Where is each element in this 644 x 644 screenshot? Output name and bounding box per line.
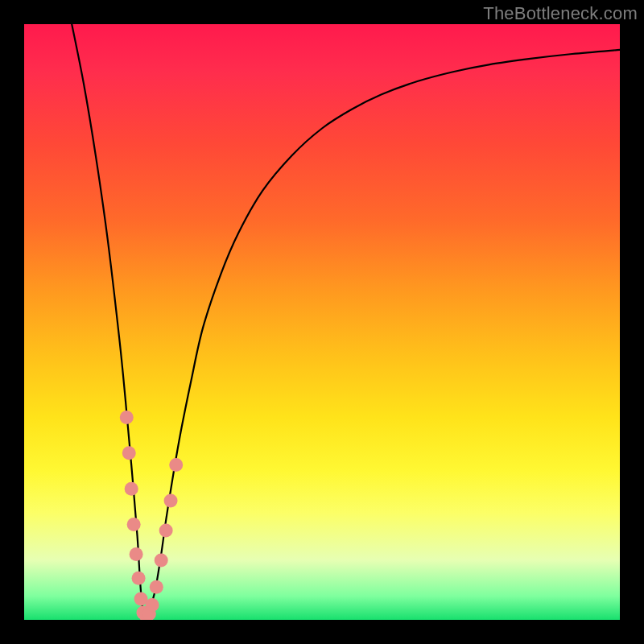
plot-area [24, 24, 620, 620]
highlight-dot [164, 494, 178, 508]
highlight-dot [159, 524, 173, 538]
chart-frame: TheBottleneck.com [0, 0, 644, 644]
highlight-dot [122, 446, 136, 460]
highlight-dot [169, 458, 183, 472]
highlight-dot [127, 518, 141, 531]
watermark-text: TheBottleneck.com [483, 3, 638, 24]
highlight-dot [125, 482, 138, 496]
curve-layer [24, 24, 620, 620]
highlight-dot [130, 547, 143, 561]
highlight-dot [132, 572, 146, 585]
bottleneck-curve-path [72, 24, 620, 617]
highlight-dot [146, 598, 159, 612]
highlight-dot [155, 554, 168, 568]
highlight-dot [150, 580, 163, 594]
highlight-dot [120, 411, 134, 424]
